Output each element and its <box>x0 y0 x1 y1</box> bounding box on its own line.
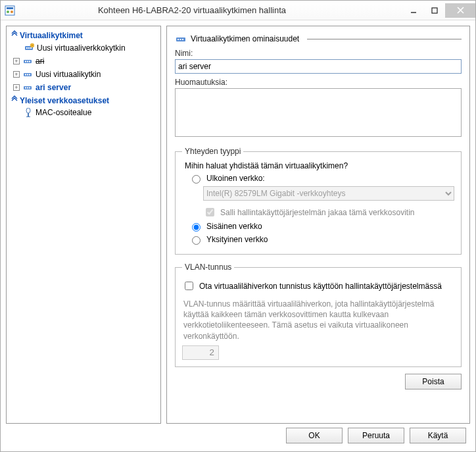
remove-button[interactable]: Poista <box>405 374 462 389</box>
check-share-mgmt-input <box>206 208 214 216</box>
radio-private-label: Yksityinen verkko <box>206 235 268 244</box>
radio-private-input[interactable] <box>192 236 201 245</box>
maximize-button[interactable] <box>424 3 445 18</box>
vlan-legend: VLAN-tunnus <box>182 263 234 272</box>
svg-rect-1 <box>7 7 13 9</box>
dialog-footer: OK Peruuta Käytä <box>6 428 470 446</box>
ok-button[interactable]: OK <box>286 428 343 443</box>
section-virtual-switches[interactable]: Virtuaalikytkimet <box>8 29 159 41</box>
divider <box>307 39 462 39</box>
svg-rect-9 <box>26 47 28 49</box>
svg-rect-33 <box>182 39 183 40</box>
svg-point-27 <box>26 108 30 113</box>
section-global-label: Yleiset verkkoasetukset <box>20 96 109 105</box>
check-vlan-enable-input[interactable] <box>185 282 193 290</box>
svg-rect-26 <box>29 88 30 89</box>
radio-external-label: Ulkoinen verkko: <box>206 174 265 183</box>
check-vlan-enable-label: Ota virtuaalilähiverkon tunnistus käyttö… <box>199 282 442 291</box>
svg-rect-5 <box>432 8 437 13</box>
expand-icon[interactable]: + <box>13 84 20 91</box>
svg-rect-31 <box>178 39 179 40</box>
tree-item-new-switch[interactable]: Uusi virtuaaliverkkokytkin <box>8 41 159 55</box>
window: Kohteen H6-LABRA2-20 virtuaalikytkimen h… <box>0 0 476 452</box>
tree-item-ari-server[interactable]: + ari server <box>8 81 159 94</box>
chevron-up-icon <box>11 30 20 40</box>
radio-internal[interactable]: Sisäinen verkko <box>189 221 454 232</box>
check-share-mgmt-label: Salli hallintakäyttöjärjestelmän jakaa t… <box>220 208 414 217</box>
properties-pane: Virtuaalikytkimen ominaisuudet Nimi: Huo… <box>166 26 470 424</box>
switch-icon <box>22 82 33 93</box>
radio-internal-input[interactable] <box>192 223 201 232</box>
titlebar: Kohteen H6-LABRA2-20 virtuaalikytkimen h… <box>1 1 475 20</box>
tree-item-label: Uusi virtuaalikytkin <box>36 70 101 79</box>
check-vlan-enable[interactable]: Ota virtuaalilähiverkon tunnistus käyttö… <box>182 280 454 292</box>
svg-rect-18 <box>29 61 30 63</box>
svg-point-3 <box>11 11 13 13</box>
tree-item-label: ari <box>36 57 44 66</box>
name-label: Nimi: <box>175 49 462 58</box>
expand-icon[interactable]: + <box>13 58 20 64</box>
section-global-network[interactable]: Yleiset verkkoasetukset <box>8 94 159 107</box>
app-icon <box>5 5 15 16</box>
mac-range-icon <box>24 108 33 117</box>
switch-tree-pane: Virtuaalikytkimet Uusi virtuaaliverkkoky… <box>6 26 161 424</box>
svg-rect-17 <box>27 61 28 63</box>
svg-rect-22 <box>29 74 30 76</box>
window-title: Kohteen H6-LABRA2-20 virtuaalikytkimen h… <box>20 5 403 15</box>
tree-item-ari[interactable]: + ari <box>8 55 159 68</box>
minimize-button[interactable] <box>403 3 424 18</box>
notes-label: Huomautuksia: <box>175 78 462 87</box>
vlan-id-input <box>182 345 219 360</box>
tree-item-label: Uusi virtuaaliverkkokytkin <box>37 43 126 53</box>
svg-rect-10 <box>28 47 30 49</box>
expand-icon[interactable]: + <box>13 71 20 78</box>
notes-textarea[interactable] <box>175 88 462 137</box>
radio-external[interactable]: Ulkoinen verkko: <box>189 173 454 184</box>
apply-button[interactable]: Käytä <box>410 428 466 443</box>
tree-item-label: MAC-osoitealue <box>36 108 91 117</box>
svg-rect-16 <box>25 61 26 63</box>
connection-question: Mihin haluat yhdistää tämän virtuaalikyt… <box>185 161 454 170</box>
svg-rect-25 <box>27 88 28 89</box>
radio-internal-label: Sisäinen verkko <box>206 222 262 231</box>
properties-header: Virtuaalikytkimen ominaisuudet <box>175 33 462 45</box>
switch-icon <box>22 69 33 80</box>
chevron-up-icon <box>11 95 20 105</box>
new-switch-icon <box>24 43 34 53</box>
close-button[interactable] <box>445 3 475 18</box>
tree-item-new-vswitch-2[interactable]: + Uusi virtuaalikytkin <box>8 68 159 81</box>
svg-rect-28 <box>28 113 29 116</box>
svg-point-2 <box>7 11 9 13</box>
svg-rect-32 <box>180 39 181 40</box>
external-nic-select: Intel(R) 82579LM Gigabit -verkkoyhteys <box>203 186 454 201</box>
vlan-fieldset: VLAN-tunnus Ota virtuaalilähiverkon tunn… <box>175 263 462 367</box>
svg-rect-11 <box>30 47 32 49</box>
tree-item-label: ari server <box>36 83 71 92</box>
vlan-description: VLAN-tunnus määrittää virtuaalilähiverko… <box>183 299 453 341</box>
svg-rect-24 <box>25 88 26 89</box>
switch-icon <box>175 33 187 45</box>
connection-type-legend: Yhteyden tyyppi <box>182 147 243 156</box>
check-share-mgmt: Salli hallintakäyttöjärjestelmän jakaa t… <box>203 206 454 218</box>
window-buttons <box>403 3 475 18</box>
section-virtual-switches-label: Virtuaalikytkimet <box>20 31 83 40</box>
radio-private[interactable]: Yksityinen verkko <box>189 234 454 245</box>
name-input[interactable] <box>175 59 462 74</box>
svg-rect-29 <box>26 116 30 117</box>
connection-type-fieldset: Yhteyden tyyppi Mihin haluat yhdistää tä… <box>175 147 462 255</box>
switch-icon <box>22 56 33 66</box>
svg-rect-21 <box>27 74 28 76</box>
properties-heading: Virtuaalikytkimen ominaisuudet <box>191 34 299 43</box>
radio-external-input[interactable] <box>192 175 201 184</box>
tree-item-mac-range[interactable]: MAC-osoitealue <box>8 107 159 118</box>
svg-rect-20 <box>25 74 26 76</box>
cancel-button[interactable]: Peruuta <box>348 428 404 443</box>
